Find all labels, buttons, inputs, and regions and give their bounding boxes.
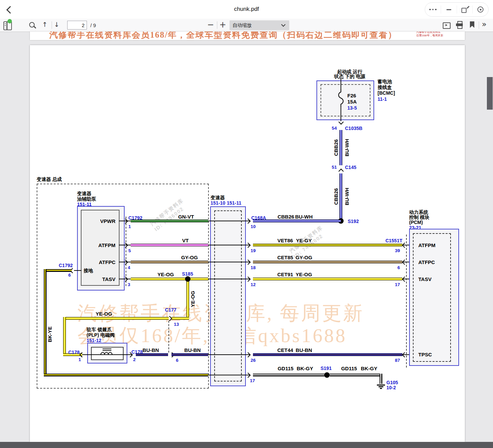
pin-51: 51 [322,165,337,170]
wire-yegy [253,244,402,246]
page-total: / 9 [90,22,96,28]
connector-c1551t-line [406,235,407,368]
zoom-select-label: 自动缩放 [233,22,282,29]
connector-c1792-line [126,217,126,286]
record-button[interactable] [472,5,488,14]
zoom-in-icon[interactable]: + [219,20,226,30]
splice-s191-label: S191 [321,366,332,371]
fullscreen-icon [461,8,467,13]
wire-cbb26-buwh [340,130,342,165]
document-title: chunk.pdf [0,6,493,13]
browser-topbar: chunk.pdf [0,0,493,19]
fuse-name: F26 [347,93,356,98]
pcm-pin-atfpc: ATFPC [418,259,435,265]
fuse-ref: 13-5 [347,105,357,111]
connector-c177: C177 [165,307,176,313]
splice-s185 [185,276,190,282]
pdf-page-1: 汽修帮手在线资料库会员168/年，全球车型资料免费查询（扫码右边二维码即可查看）… [30,32,465,40]
sidebar-badge [7,19,12,23]
zoom-select[interactable]: 自动缩放 [230,20,289,30]
chevron-down-icon [281,22,286,27]
wire-gnvt [131,220,208,222]
minimize-icon [446,9,451,10]
wire-gyog [131,261,208,263]
wire-bkye [44,269,72,272]
fuse-amp: 15A [347,99,357,105]
bcmc-label: 蓄电池 [378,79,392,85]
page-number-input[interactable] [67,21,87,30]
connector-c1035b: C1035B [345,126,362,131]
pin-label-atfpc: ATFPC [81,259,115,265]
pin-54: 54 [322,126,337,131]
splice-s185-label: S185 [182,271,193,277]
solenoid-coil-icon [96,348,117,356]
pdf-page-2: 汽修帮手资料库ID: 7496002 汽修帮手资料库ID: 7496002 汽修… [30,45,465,442]
wire-yeog-row4 [131,278,208,280]
dots-icon [429,9,431,11]
connector-c145: C145 [345,165,356,170]
zoom-out-icon[interactable]: − [207,20,214,30]
connector-c1551t: C1551T [369,238,402,243]
splice-s191 [324,372,330,378]
pcm-pin-tasv: TASV [418,276,432,282]
wire-gd115-2 [330,374,382,376]
assembly-label: 变速器 总成 [37,176,62,183]
record-icon [477,6,483,13]
arrow-down-icon [339,119,344,125]
connector-c177-line [168,321,169,353]
pcm-pin-tpsc: TPSC [418,352,432,357]
wire-bubn-1 [136,353,168,356]
ground-icon [377,385,385,386]
pin-label-atfpm: ATFPM [81,242,115,248]
more-options-button[interactable] [425,5,441,14]
pin-label-vpwr: VPWR [81,218,115,224]
toolbar-divider [52,21,52,29]
wire-yeog-c177 [63,317,169,320]
ground-g105: G105 [386,380,398,385]
plp-ref: 151-12 [87,338,102,343]
vertical-scrollbar-thumb[interactable] [487,77,493,110]
pcm-pin-atfpm: ATFPM [418,242,436,248]
page-up-icon[interactable]: ↑ [42,21,48,28]
ground-label: 接地 [84,268,93,274]
wire-vt [131,244,208,246]
arrow-up-icon [339,169,344,174]
promo-banner: 汽修帮手在线资料库会员168/年，全球车型资料免费查询（扫码右边二维码即可查看） [49,32,397,40]
page-down-icon[interactable]: ↓ [54,21,59,28]
fullscreen-button[interactable] [457,5,473,14]
horizontal-scrollbar[interactable] [0,442,493,448]
wire-bubn-2 [171,353,208,356]
fuse-icon [337,89,344,107]
print-icon[interactable] [457,21,462,23]
minimize-button[interactable] [441,5,457,14]
window-controls [425,2,489,17]
pin-label-tasv: TASV [81,276,115,282]
wire-gd115-1 [253,374,327,376]
wire-cet44 [253,353,402,356]
bcmc-ref: 11-1 [378,96,387,102]
presentation-mode-icon[interactable] [443,22,451,29]
wire-buwh-row1 [253,220,341,222]
corner-note: 汽修帮手在线资料库 仅需168/年，每周更新 [416,32,443,37]
more-tools-icon[interactable]: » [482,20,487,29]
